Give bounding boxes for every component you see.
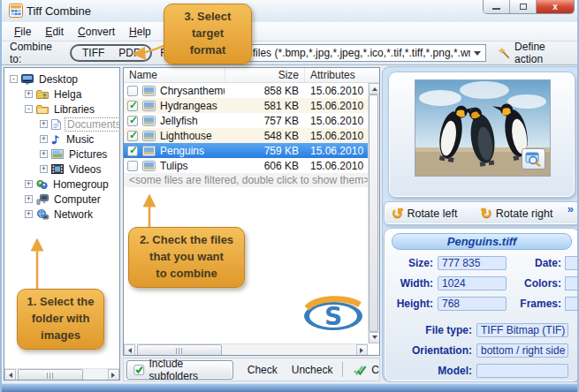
list-vertical-scrollbar[interactable]: [368, 83, 379, 343]
file-row[interactable]: Lighthouse 548 KB 15.06.2010: [124, 128, 379, 143]
date-label: Date:: [535, 257, 561, 269]
menu-help[interactable]: Help: [122, 24, 158, 40]
column-header-attributes[interactable]: Attributes: [304, 68, 368, 82]
tree-item-documents[interactable]: + Documents: [4, 117, 119, 132]
maximize-button[interactable]: [510, 0, 537, 13]
file-checkbox[interactable]: [127, 161, 138, 171]
scroll-down-button[interactable]: [369, 332, 380, 343]
size-value: 777 835: [438, 256, 507, 270]
file-name: Hydrangeas: [160, 100, 217, 112]
tree-item-music[interactable]: + Music: [4, 132, 119, 147]
tree-item-desktop[interactable]: - Desktop: [4, 72, 119, 87]
zoom-preview-button[interactable]: [522, 148, 545, 170]
combine-to-label: Combine to:: [10, 41, 64, 65]
network-icon: [36, 209, 49, 220]
tree-item-label: Documents: [65, 117, 120, 132]
list-horizontal-scrollbar[interactable]: [124, 343, 368, 355]
scroll-up-button[interactable]: [369, 83, 380, 94]
image-thumbnail-icon: [142, 86, 156, 96]
properties-card: Penguins.tiff Size: 777 835 Date: Width:…: [384, 228, 579, 382]
file-row[interactable]: Jellyfish 757 KB 15.06.2010: [124, 113, 379, 128]
file-list-panel: Name Size Attributes Chrysanthemum 858 K…: [123, 67, 380, 356]
scrollbar-thumb[interactable]: [18, 369, 83, 381]
preview-sidebar: ↺ Rotate left ↻ Rotate right » Penguins.…: [382, 66, 579, 382]
column-header-size[interactable]: Size: [225, 68, 304, 82]
scroll-right-button[interactable]: [356, 344, 368, 356]
image-thumbnail-icon: [142, 161, 156, 171]
tree-expander[interactable]: +: [25, 195, 33, 203]
tree-expander[interactable]: +: [40, 135, 48, 143]
rotate-left-icon: ↺: [392, 207, 403, 220]
minimize-button[interactable]: [484, 0, 510, 13]
include-subfolders-label: Include subfolders: [149, 358, 226, 381]
orientation-label: Orientation:: [385, 344, 476, 357]
tree-item-label: Desktop: [37, 73, 80, 86]
file-row[interactable]: Hydrangeas 581 KB 15.06.2010: [124, 98, 379, 113]
file-type-label: File type:: [385, 324, 476, 336]
tree-item-label: Helga: [52, 88, 83, 101]
tree-expander[interactable]: +: [25, 210, 33, 218]
tree-expander[interactable]: +: [40, 150, 48, 158]
file-checkbox[interactable]: [127, 101, 138, 111]
file-name: Lighthouse: [160, 130, 212, 142]
uncheck-button[interactable]: Uncheck: [292, 364, 333, 376]
column-header-name[interactable]: Name: [124, 68, 225, 82]
height-value: 768: [438, 297, 507, 311]
include-subfolders-button[interactable]: Include subfolders: [126, 360, 233, 380]
scroll-left-button[interactable]: [124, 344, 135, 356]
rotate-right-button[interactable]: ↻ Rotate right: [480, 207, 552, 220]
magnifier-icon: [525, 152, 542, 167]
tree-item-libraries[interactable]: - Libraries: [4, 102, 119, 117]
check-button[interactable]: Check: [248, 364, 278, 376]
file-size: 606 KB: [225, 160, 304, 172]
libraries-icon: [36, 104, 49, 115]
scrollbar-thumb[interactable]: [369, 94, 378, 332]
file-row[interactable]: Tulips 606 KB 15.06.2010: [124, 158, 379, 173]
tree-expander[interactable]: -: [25, 105, 33, 113]
file-row-selected[interactable]: Penguins 759 KB 15.06.2010: [124, 143, 379, 158]
tree-item-pictures[interactable]: + Pictures: [4, 147, 119, 162]
scroll-left-button[interactable]: [4, 369, 16, 381]
tree-expander[interactable]: +: [40, 165, 48, 173]
arrow-down-icon: [372, 335, 377, 342]
menu-bar: File Edit Convert Help: [2, 21, 577, 41]
tree-item-label: Videos: [67, 163, 103, 176]
tree-item-videos[interactable]: + Videos: [4, 162, 119, 177]
scrollbar-thumb[interactable]: [137, 344, 222, 356]
define-action-button[interactable]: Define action: [493, 39, 577, 67]
check-all-button[interactable]: C: [353, 364, 379, 376]
menu-file[interactable]: File: [7, 24, 38, 40]
tree-expander[interactable]: +: [40, 120, 48, 128]
file-checkbox[interactable]: [127, 86, 138, 96]
computer-icon: [36, 194, 49, 205]
format-pdf-button[interactable]: PDF: [118, 47, 140, 59]
expand-panel-button[interactable]: »: [568, 202, 574, 215]
tree-expander[interactable]: +: [25, 180, 33, 188]
app-icon: [9, 4, 23, 21]
menu-edit[interactable]: Edit: [38, 24, 71, 40]
softplicity-logo: S: [301, 296, 365, 340]
file-row[interactable]: Chrysanthemum 858 KB 15.06.2010: [124, 83, 379, 98]
scroll-right-button[interactable]: [108, 369, 119, 381]
check-all-label: C: [371, 364, 379, 376]
rotate-right-icon: ↻: [480, 207, 491, 220]
file-checkbox[interactable]: [127, 116, 138, 126]
tree-item-network[interactable]: + Network: [4, 207, 119, 222]
rotate-right-label: Rotate right: [496, 207, 553, 220]
tree-expander[interactable]: -: [10, 75, 18, 83]
tree-item-helga[interactable]: + Helga: [4, 87, 119, 102]
close-button[interactable]: x: [537, 0, 574, 13]
rotate-left-button[interactable]: ↺ Rotate left: [392, 207, 457, 220]
tree-item-computer[interactable]: + Computer: [4, 192, 119, 207]
file-checkbox[interactable]: [127, 146, 138, 156]
tree-item-homegroup[interactable]: + Homegroup: [4, 177, 119, 192]
menu-convert[interactable]: Convert: [71, 24, 122, 40]
callout-check-files: 2. Check the files that you want to comb…: [128, 227, 245, 288]
tree-expander[interactable]: +: [25, 90, 33, 98]
window-bottom-border: [2, 383, 577, 392]
file-checkbox[interactable]: [127, 131, 138, 141]
format-tiff-button[interactable]: TIFF: [82, 47, 104, 59]
homegroup-icon: [36, 179, 48, 190]
app-window: Tiff Combine x File Edit Convert Help Co…: [0, 0, 579, 392]
tree-horizontal-scrollbar[interactable]: [4, 368, 119, 380]
